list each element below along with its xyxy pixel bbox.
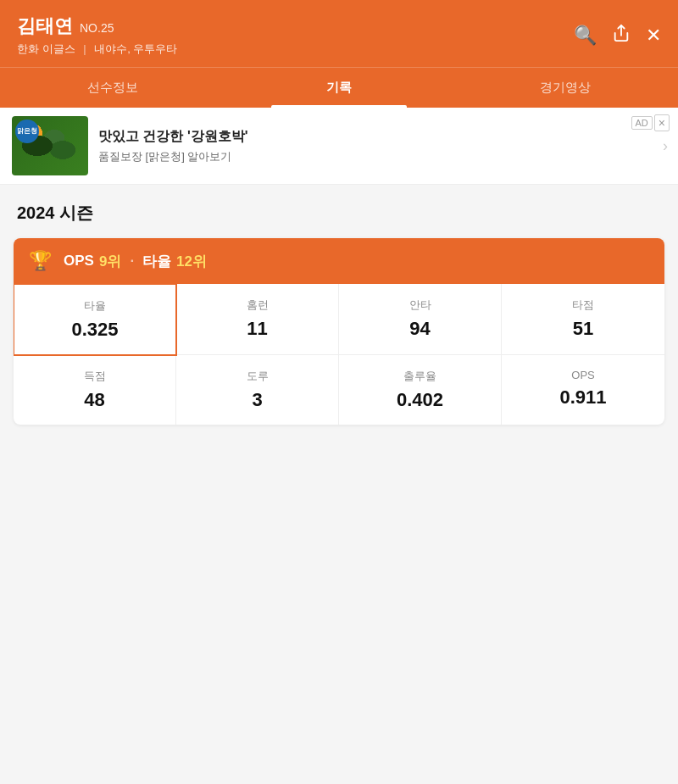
stats-container: 🏆 OPS 9위 · 타율 12위 타율 0.325 홈런 11 안타 94 <box>14 238 664 425</box>
ops-label: OPS <box>64 253 94 270</box>
player-number: NO.25 <box>80 21 114 35</box>
ad-subtitle: 품질보장 [맑은청] 알아보기 <box>98 149 666 164</box>
ad-close-button[interactable]: × <box>654 114 670 131</box>
header-icons: 🔍 ✕ <box>574 24 661 47</box>
close-icon[interactable]: ✕ <box>646 25 661 47</box>
taul-rank: 12위 <box>176 252 207 271</box>
tab-player-info[interactable]: 선수정보 <box>0 68 226 108</box>
stat-label-homerun: 홈런 <box>185 297 330 313</box>
ad-title: 맛있고 건강한 '강원호박' <box>98 128 666 146</box>
header: 김태연 NO.25 한화 이글스 | 내야수, 우투우타 🔍 ✕ <box>0 0 678 67</box>
stat-value-doru: 3 <box>185 389 330 411</box>
player-position: 내야수, 우투우타 <box>94 42 177 55</box>
tab-record[interactable]: 기록 <box>226 68 453 108</box>
stat-label-tajum: 타점 <box>510 297 656 313</box>
stat-value-ops: 0.911 <box>510 386 656 409</box>
stat-cell-anta: 안타 94 <box>339 284 502 355</box>
trophy-icon: 🏆 <box>29 250 52 272</box>
stat-value-chulru: 0.402 <box>347 389 492 411</box>
ad-controls: AD × <box>631 114 670 131</box>
share-icon[interactable] <box>612 24 631 47</box>
stat-value-homerun: 11 <box>185 318 330 340</box>
stat-value-deukjum: 48 <box>22 389 167 411</box>
stat-value-tajum: 51 <box>510 318 656 340</box>
ranking-text: OPS 9위 · 타율 12위 <box>64 252 207 271</box>
stat-cell-chulru: 출루율 0.402 <box>339 355 502 425</box>
ad-badge: 맑은청 <box>15 120 39 143</box>
stat-cell-homerun: 홈런 11 <box>176 284 339 355</box>
player-team: 한화 이글스 <box>17 42 75 55</box>
taul-label: 타율 <box>142 252 171 271</box>
stats-grid: 타율 0.325 홈런 11 안타 94 타점 51 득점 48 도루 <box>14 284 664 425</box>
stat-label-doru: 도루 <box>185 369 330 384</box>
stat-label-ops: OPS <box>510 369 656 381</box>
stat-label-taul: 타율 <box>23 298 167 314</box>
content-area: 2024 시즌 🏆 OPS 9위 · 타율 12위 타율 0.325 홈런 11 <box>0 185 678 459</box>
stat-cell-taul: 타율 0.325 <box>14 283 177 356</box>
search-icon[interactable]: 🔍 <box>574 25 597 47</box>
season-title: 2024 시즌 <box>0 185 678 238</box>
stat-cell-deukjum: 득점 48 <box>14 355 176 425</box>
ranking-bar: 🏆 OPS 9위 · 타율 12위 <box>14 238 664 284</box>
ad-banner[interactable]: 맑은청 맛있고 건강한 '강원호박' 품질보장 [맑은청] 알아보기 AD × … <box>0 108 678 185</box>
tab-bar: 선수정보 기록 경기영상 <box>0 67 678 108</box>
ops-rank: 9위 <box>99 252 121 271</box>
player-name-row: 김태연 NO.25 <box>17 14 178 39</box>
stat-value-taul: 0.325 <box>23 319 167 341</box>
separator: | <box>83 42 86 55</box>
stat-label-chulru: 출루율 <box>347 369 492 384</box>
header-player-info: 김태연 NO.25 한화 이글스 | 내야수, 우투우타 <box>17 14 178 57</box>
stat-cell-ops: OPS 0.911 <box>502 355 664 425</box>
player-name: 김태연 <box>17 14 73 39</box>
tab-video[interactable]: 경기영상 <box>452 68 678 108</box>
ad-image: 맑은청 <box>12 116 88 175</box>
ranking-separator: · <box>130 253 134 270</box>
stat-cell-doru: 도루 3 <box>176 355 339 425</box>
player-team-position: 한화 이글스 | 내야수, 우투우타 <box>17 42 178 57</box>
stat-label-anta: 안타 <box>347 297 492 313</box>
ad-arrow-icon: › <box>663 137 668 155</box>
stat-value-anta: 94 <box>347 318 492 340</box>
stat-cell-tajum: 타점 51 <box>502 284 664 355</box>
ad-label: AD <box>631 116 653 130</box>
stat-label-deukjum: 득점 <box>22 369 167 384</box>
ad-content: 맛있고 건강한 '강원호박' 품질보장 [맑은청] 알아보기 <box>98 128 666 164</box>
